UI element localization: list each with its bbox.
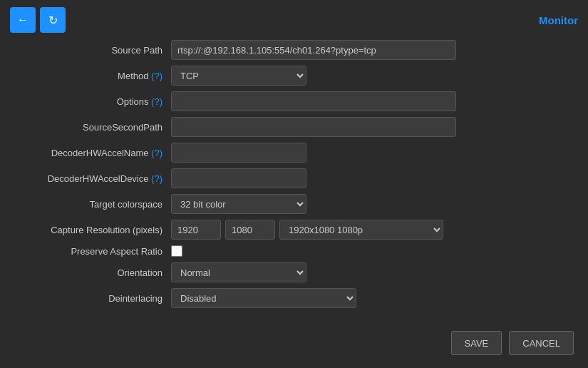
footer: SAVE CANCEL [451, 331, 574, 355]
deinterlacing-select[interactable]: Disabled Enabled [171, 288, 356, 308]
target-colorspace-row: Target colorspace 32 bit color 16 bit co… [14, 194, 574, 214]
decoder-hw-accel-name-row: DecoderHWAccelName (?) [14, 143, 574, 163]
target-colorspace-select[interactable]: 32 bit color 16 bit color 8 bit color [171, 194, 306, 214]
preserve-aspect-ratio-row: Preserve Aspect Ratio [14, 245, 574, 257]
options-input[interactable] [171, 91, 456, 111]
back-button[interactable]: ← [10, 7, 36, 33]
method-label: Method (?) [14, 71, 171, 81]
method-select[interactable]: TCP UDP HTTP [171, 66, 306, 86]
arrow-left-icon: ← [17, 14, 29, 26]
page-title: Monitor [539, 14, 578, 26]
decoder-hw-accel-name-input[interactable] [171, 143, 306, 163]
decoder-hw-accel-device-label: DecoderHWAccelDevice (?) [14, 173, 171, 184]
decoder-hw-accel-name-label: DecoderHWAccelName (?) [14, 148, 171, 158]
method-help[interactable]: (?) [151, 71, 163, 81]
source-path-label: Source Path [14, 45, 171, 56]
source-second-path-label: SourceSecondPath [14, 122, 171, 133]
target-colorspace-label: Target colorspace [14, 199, 171, 210]
nav-buttons: ← ↻ [10, 7, 66, 33]
options-help[interactable]: (?) [151, 96, 163, 107]
source-path-input[interactable] [171, 40, 456, 60]
refresh-button[interactable]: ↻ [40, 7, 66, 33]
deinterlacing-row: Deinterlacing Disabled Enabled [14, 288, 574, 308]
source-second-path-row: SourceSecondPath [14, 117, 574, 137]
save-button[interactable]: SAVE [451, 331, 502, 355]
resolution-group: 1920x1080 1080p 1280x720 720p 640x480 48… [171, 220, 443, 240]
decoder-hw-accel-name-help[interactable]: (?) [151, 148, 163, 158]
capture-resolution-row: Capture Resolution (pixels) 1920x1080 10… [14, 220, 574, 240]
capture-height-input[interactable] [225, 220, 275, 240]
options-row: Options (?) [14, 91, 574, 111]
method-row: Method (?) TCP UDP HTTP [14, 66, 574, 86]
source-path-row: Source Path [14, 40, 574, 60]
deinterlacing-label: Deinterlacing [14, 293, 171, 304]
decoder-hw-accel-device-help[interactable]: (?) [151, 173, 163, 184]
capture-width-input[interactable] [171, 220, 221, 240]
orientation-label: Orientation [14, 267, 171, 278]
decoder-hw-accel-device-input[interactable] [171, 168, 306, 188]
refresh-icon: ↻ [48, 14, 58, 27]
form-container: Source Path Method (?) TCP UDP HTTP Opti… [0, 37, 588, 321]
orientation-row: Orientation Normal Rotate 90 Rotate 180 … [14, 262, 574, 282]
header: ← ↻ Monitor [0, 0, 588, 37]
source-second-path-input[interactable] [171, 117, 456, 137]
decoder-hw-accel-device-row: DecoderHWAccelDevice (?) [14, 168, 574, 188]
preserve-aspect-ratio-checkbox[interactable] [171, 245, 182, 257]
cancel-button[interactable]: CANCEL [509, 331, 574, 355]
capture-resolution-select[interactable]: 1920x1080 1080p 1280x720 720p 640x480 48… [279, 220, 443, 240]
preserve-aspect-ratio-label: Preserve Aspect Ratio [14, 246, 171, 257]
options-label: Options (?) [14, 96, 171, 107]
orientation-select[interactable]: Normal Rotate 90 Rotate 180 Rotate 270 F… [171, 262, 306, 282]
capture-resolution-label: Capture Resolution (pixels) [14, 225, 171, 235]
